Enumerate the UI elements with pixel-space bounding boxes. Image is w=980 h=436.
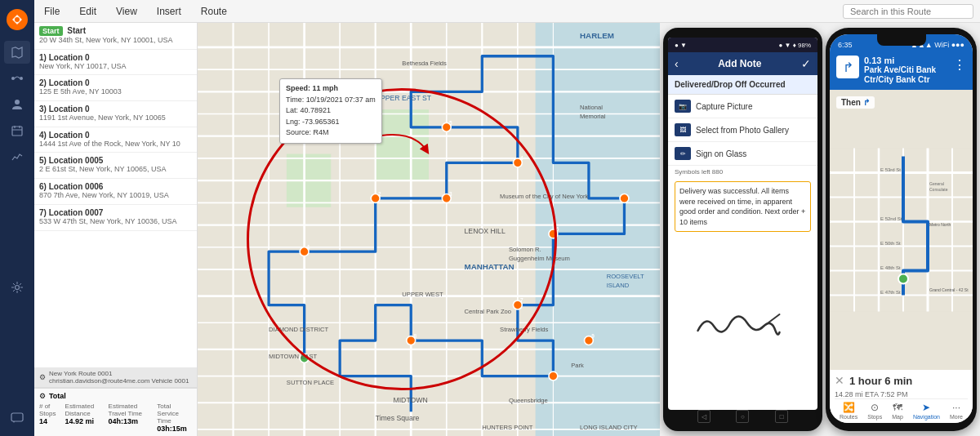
android-phone: ● ▼ ● ▼ ♦ 98% ‹ Add Note ✓ Delivered/Dro… bbox=[663, 28, 822, 431]
android-home-btn[interactable]: ○ bbox=[736, 410, 749, 423]
svg-text:6: 6 bbox=[556, 226, 559, 232]
nav-tab-navigation[interactable]: ➤ Navigation bbox=[913, 402, 940, 420]
svg-text:Solomon R.: Solomon R. bbox=[509, 246, 541, 253]
svg-text:8: 8 bbox=[413, 333, 416, 339]
route-item-3[interactable]: 3) Location 0 1191 1st Avenue, New York,… bbox=[34, 101, 197, 127]
route-item-6[interactable]: 6) Location 0006 870 7th Ave, New York, … bbox=[34, 179, 197, 205]
svg-text:Times Square: Times Square bbox=[376, 414, 420, 422]
sidebar-item-settings[interactable] bbox=[4, 276, 30, 299]
camera-icon: 📷 bbox=[675, 100, 691, 113]
sidebar-item-map[interactable] bbox=[4, 41, 30, 64]
svg-point-1 bbox=[15, 17, 20, 22]
route-item-6-address: 870 7th Ave, New York, NY 10019, USA bbox=[39, 191, 192, 201]
map-area: 1 2 3 4 5 6 7 8 9 HARLEM bbox=[198, 23, 660, 436]
svg-text:MIDTOWN EAST: MIDTOWN EAST bbox=[269, 353, 317, 360]
route-item-start[interactable]: Start Start 20 W 34th St, New York, NY 1… bbox=[34, 23, 197, 50]
menu-insert[interactable]: Insert bbox=[154, 4, 185, 19]
signature-area bbox=[668, 235, 817, 410]
route-item-4[interactable]: 4) Location 0 1444 1st Ave of the Rock, … bbox=[34, 127, 197, 153]
more-icon: ··· bbox=[952, 402, 960, 413]
routes-label: Routes bbox=[840, 414, 858, 420]
menu-route[interactable]: Route bbox=[198, 4, 230, 19]
menu-edit[interactable]: Edit bbox=[76, 4, 100, 19]
svg-point-6 bbox=[16, 286, 20, 290]
svg-point-58 bbox=[620, 194, 629, 202]
sidebar-item-users[interactable] bbox=[4, 93, 30, 116]
routes-icon: 🔀 bbox=[843, 402, 855, 413]
svg-text:MIDTOWN: MIDTOWN bbox=[393, 396, 427, 404]
nav-tab-more[interactable]: ··· More bbox=[950, 402, 963, 420]
svg-text:E 48th St: E 48th St bbox=[880, 265, 901, 270]
stops-icon: ⊙ bbox=[871, 402, 879, 413]
delivery-label: Delivered/Drop Off Occurred bbox=[668, 75, 817, 95]
capture-picture-btn[interactable]: 📷 Capture Picture bbox=[668, 95, 817, 118]
map-svg: 1 2 3 4 5 6 7 8 9 HARLEM bbox=[198, 23, 660, 436]
svg-text:9: 9 bbox=[591, 333, 595, 339]
then-text: Then bbox=[841, 98, 861, 107]
service-value: 03h:15m bbox=[157, 425, 192, 433]
add-note-header: ‹ Add Note ✓ bbox=[668, 52, 817, 75]
stops-value: 14 bbox=[39, 417, 59, 425]
android-status-bar: ● ▼ ● ▼ ♦ 98% bbox=[668, 38, 817, 52]
nav-more-icon[interactable]: ⋮ bbox=[953, 57, 966, 73]
search-input[interactable] bbox=[843, 4, 973, 19]
svg-text:DIAMOND DISTRICT: DIAMOND DISTRICT bbox=[269, 326, 328, 333]
trip-time-info: 1 hour 6 min bbox=[849, 373, 912, 388]
route-item-3-label: 3) Location 0 bbox=[39, 105, 192, 113]
route-item-2[interactable]: 2) Location 0 125 E 5th Ave, NY 10003 bbox=[34, 75, 197, 101]
svg-text:LENOX HILL: LENOX HILL bbox=[465, 227, 506, 235]
route-item-4-address: 1444 1st Ave of the Rock, New York, NY 1… bbox=[39, 140, 192, 149]
svg-point-4 bbox=[15, 100, 20, 105]
sign-glass-btn[interactable]: ✏ Sign on Glass bbox=[668, 142, 817, 166]
svg-point-59 bbox=[549, 371, 558, 380]
gear-icon: ⚙ bbox=[39, 373, 46, 381]
svg-text:Museum of the City of New York: Museum of the City of New York bbox=[500, 193, 588, 200]
sidebar-item-chat[interactable] bbox=[4, 407, 30, 429]
svg-text:UPPER EAST ST: UPPER EAST ST bbox=[376, 94, 432, 102]
route-info-bar: ⚙ New York Route 0001 christian.davidson… bbox=[34, 367, 197, 388]
start-address: 20 W 34th St, New York, NY 10001, USA bbox=[39, 36, 192, 46]
tooltip-lat: Lat: 40.78921 bbox=[286, 105, 376, 117]
then-label: Then ↱ bbox=[836, 96, 875, 109]
phones-container: ● ▼ ● ▼ ♦ 98% ‹ Add Note ✓ Delivered/Dro… bbox=[660, 23, 980, 436]
nav-tab-stops[interactable]: ⊙ Stops bbox=[867, 402, 882, 420]
route-item-2-address: 125 E 5th Ave, NY 10003 bbox=[39, 87, 192, 97]
add-note-title: Add Note bbox=[679, 58, 801, 69]
svg-text:MANHATTAN: MANHATTAN bbox=[465, 262, 514, 271]
svg-text:Metro North: Metro North bbox=[929, 222, 951, 227]
total-label: Total bbox=[49, 392, 66, 400]
sidebar bbox=[0, 0, 34, 436]
menu-file[interactable]: File bbox=[41, 4, 63, 19]
tooltip-time: Time: 10/19/2021 07:37 am bbox=[286, 95, 376, 106]
svg-text:1: 1 bbox=[307, 244, 310, 250]
svg-text:Queensbridge: Queensbridge bbox=[509, 397, 548, 404]
route-item-7[interactable]: 7) Location 0007 533 W 47th St, New York… bbox=[34, 205, 197, 231]
check-icon[interactable]: ✓ bbox=[801, 57, 811, 70]
service-label: Total Service Time bbox=[157, 403, 192, 425]
nav-tab-routes[interactable]: 🔀 Routes bbox=[840, 402, 858, 420]
iphone-bottom-panel: ✕ 1 hour 6 min 14.28 mi ETA 7:52 PM 🔀 bbox=[830, 370, 973, 423]
close-icon[interactable]: ✕ bbox=[835, 374, 844, 387]
route-item-1[interactable]: 1) Location 0 New York, NY 10017, USA bbox=[34, 50, 197, 76]
svg-text:7: 7 bbox=[520, 297, 523, 303]
nav-header: ↱ 0.13 mi Park Ave/Citi Bank Ctr/City Ba… bbox=[830, 52, 973, 90]
android-back-btn[interactable]: ◁ bbox=[697, 410, 710, 423]
menu-view[interactable]: View bbox=[113, 4, 140, 19]
travel-label: Estimated Travel Time bbox=[109, 403, 151, 417]
then-arrow-icon: ↱ bbox=[863, 98, 870, 107]
photo-gallery-btn[interactable]: 🖼 Select from Photo Gallery bbox=[668, 118, 817, 142]
nav-distance: 0.13 mi bbox=[864, 56, 948, 65]
app-logo[interactable] bbox=[4, 7, 30, 33]
route-stats: # of Stops 14 Estimated Distance 14.92 m… bbox=[39, 403, 192, 433]
android-recent-btn[interactable]: □ bbox=[775, 410, 788, 423]
sidebar-item-routes[interactable] bbox=[4, 67, 30, 90]
svg-text:E 47th St: E 47th St bbox=[880, 290, 901, 295]
tooltip-speed: Speed: 11 mph bbox=[286, 83, 376, 95]
trip-details: 14.28 mi ETA 7:52 PM bbox=[835, 390, 968, 398]
note-text: Delivery was successful. All items were … bbox=[675, 181, 811, 232]
nav-tab-map[interactable]: 🗺 Map bbox=[892, 402, 903, 420]
sidebar-item-analytics[interactable] bbox=[4, 145, 30, 168]
route-item-1-label: 1) Location 0 bbox=[39, 53, 192, 62]
sidebar-item-calendar[interactable] bbox=[4, 119, 30, 142]
route-item-5[interactable]: 5) Location 0005 2 E 61st St, New York, … bbox=[34, 153, 197, 179]
